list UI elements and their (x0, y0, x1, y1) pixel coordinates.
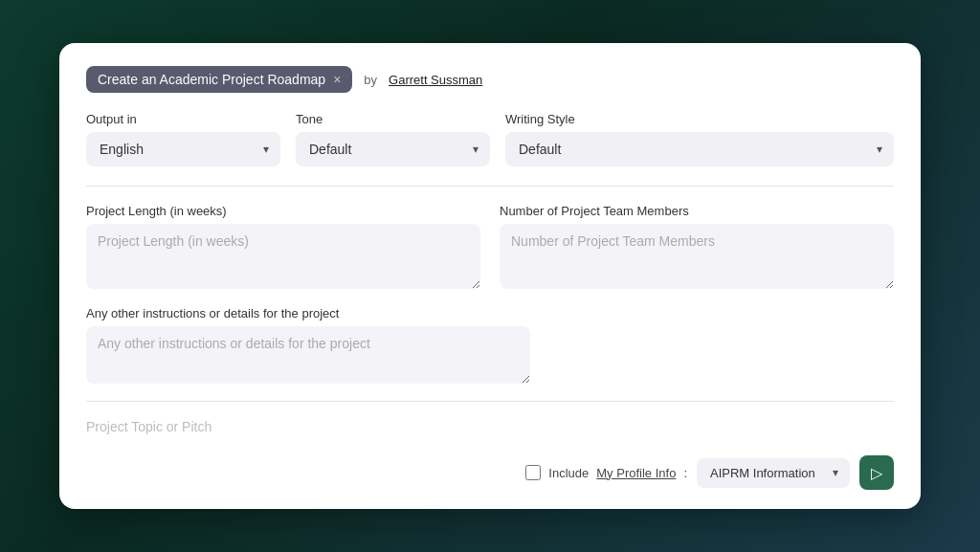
two-col-row: Project Length (in weeks) Number of Proj… (86, 204, 894, 289)
header-row: Create an Academic Project Roadmap × by … (86, 66, 894, 93)
aiprm-info-select[interactable]: AIPRM Information Custom Info 1 Custom I… (697, 458, 850, 488)
output-in-label: Output in (86, 112, 280, 126)
tone-label: Tone (296, 112, 490, 126)
by-label: by (364, 73, 377, 87)
team-members-textarea[interactable] (500, 224, 894, 289)
other-instructions-group: Any other instructions or details for th… (86, 306, 894, 384)
include-profile-wrapper: Include My Profile Info : (525, 465, 687, 480)
writing-style-label: Writing Style (505, 112, 894, 126)
include-label: Include (548, 466, 589, 480)
footer-row: Include My Profile Info : AIPRM Informat… (86, 455, 894, 490)
other-instructions-textarea[interactable] (86, 326, 530, 384)
dropdowns-row: Output in English Spanish French German … (86, 112, 894, 166)
output-in-wrapper: English Spanish French German ▾ (86, 132, 280, 166)
divider-2 (86, 401, 894, 402)
project-length-group: Project Length (in weeks) (86, 204, 480, 289)
other-instructions-field: Any other instructions or details for th… (86, 306, 894, 384)
tone-wrapper: Default Formal Informal ▾ (296, 132, 490, 166)
close-button[interactable]: × (333, 73, 341, 86)
tone-select[interactable]: Default Formal Informal (296, 132, 490, 166)
project-length-label: Project Length (in weeks) (86, 204, 480, 218)
other-instructions-label: Any other instructions or details for th… (86, 306, 894, 320)
team-members-label: Number of Project Team Members (500, 204, 894, 218)
send-icon: ▷ (871, 464, 882, 482)
my-profile-info-link[interactable]: My Profile Info (596, 466, 676, 480)
prompt-title: Create an Academic Project Roadmap (98, 72, 325, 87)
main-card: Create an Academic Project Roadmap × by … (59, 43, 921, 509)
include-profile-checkbox[interactable] (525, 465, 541, 480)
topic-row (86, 415, 894, 438)
output-in-select[interactable]: English Spanish French German (86, 132, 280, 166)
team-members-group: Number of Project Team Members (500, 204, 894, 289)
writing-style-group: Writing Style Default Academic Business … (505, 112, 894, 166)
output-in-group: Output in English Spanish French German … (86, 112, 280, 166)
prompt-badge: Create an Academic Project Roadmap × (86, 66, 352, 93)
writing-style-wrapper: Default Academic Business Creative Techn… (505, 132, 894, 166)
project-length-textarea[interactable] (86, 224, 480, 289)
divider-1 (86, 186, 894, 187)
send-button[interactable]: ▷ (859, 455, 894, 490)
writing-style-select[interactable]: Default Academic Business Creative Techn… (505, 132, 894, 166)
tone-group: Tone Default Formal Informal ▾ (296, 112, 490, 166)
topic-pitch-input[interactable] (86, 415, 894, 438)
info-dropdown-wrapper: AIPRM Information Custom Info 1 Custom I… (697, 458, 850, 488)
author-link[interactable]: Garrett Sussman (389, 73, 482, 87)
colon-label: : (683, 466, 687, 480)
